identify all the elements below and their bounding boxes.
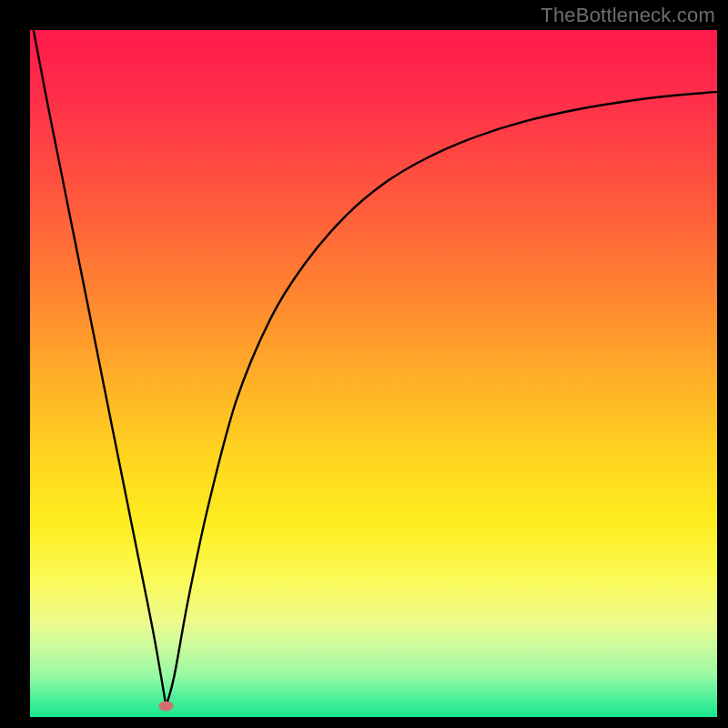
watermark-text: TheBottleneck.com — [541, 4, 715, 27]
chart-frame: TheBottleneck.com — [0, 0, 728, 728]
min-marker — [159, 701, 174, 711]
plot-area — [30, 30, 717, 717]
curve-path — [34, 30, 717, 706]
bottleneck-curve — [30, 30, 717, 717]
